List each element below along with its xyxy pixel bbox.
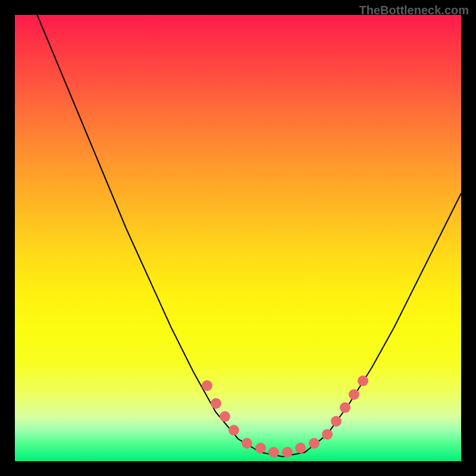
marker-dot <box>322 429 333 440</box>
marker-dot <box>255 443 266 453</box>
marker-dot <box>211 398 221 409</box>
watermark-text: TheBottleneck.com <box>359 4 469 17</box>
marker-dot <box>295 443 306 453</box>
marker-dot <box>358 375 368 386</box>
marker-dot <box>268 447 279 458</box>
marker-dot <box>202 380 212 391</box>
marker-dot <box>340 402 350 413</box>
marker-dot <box>220 411 230 422</box>
marker-dot <box>349 389 359 400</box>
marker-dot <box>242 438 252 449</box>
marker-dot <box>282 447 293 458</box>
marker-dots-layer <box>15 15 461 461</box>
marker-dot <box>331 416 342 427</box>
marker-dot <box>309 438 320 449</box>
chart-plot-area <box>15 15 461 461</box>
marker-dot <box>228 425 239 436</box>
